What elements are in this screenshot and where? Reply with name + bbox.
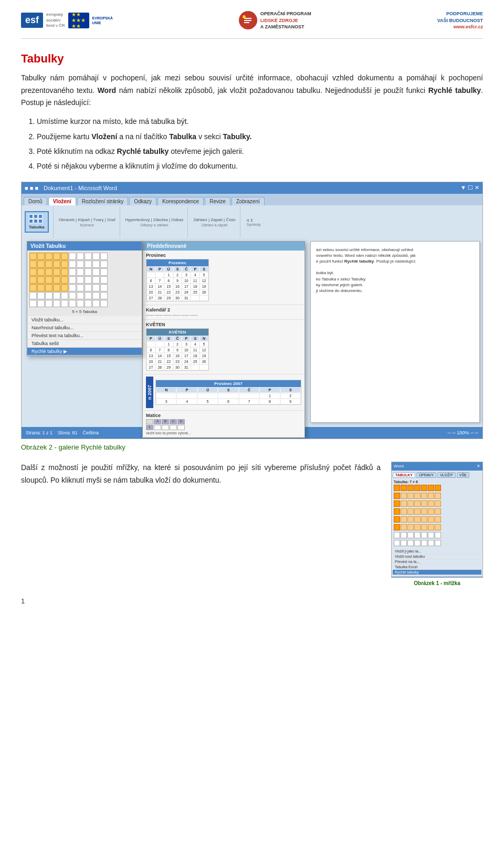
bottom-paragraph: Další z možností je použití mřížky, na k… [21, 462, 381, 487]
tab-insert[interactable]: Vložení [48, 197, 76, 205]
page-number: 1 [21, 597, 483, 605]
rs-ribbon: TABULKY ÚPRAVY VLOŽIT VŠE Tabulka: 7 × 6 [392, 471, 482, 577]
menu-item-insert-table[interactable]: Vložit tabulku... [27, 316, 142, 324]
rs-row-4 [394, 508, 480, 515]
support-text: PODPORUJEME VAŠI BUDOUCNOST www.esfcr.cz [437, 11, 483, 30]
rs-row-6 [394, 524, 480, 530]
word-screenshot: ■ ■ ■ Dokument1 - Microsoft Word ▼ ☐ ✕ D… [21, 182, 483, 439]
tab-references[interactable]: Odkazy [129, 197, 156, 205]
bottom-section: Další z možností je použití mřížky, na k… [21, 462, 483, 587]
menu-item-draw-table[interactable]: Navrhnout tabulku... [27, 324, 142, 332]
op-text: OPERAČNÍ PROGRAMLIDSKÉ ZDROJEA ZAMĚSTNAN… [260, 11, 311, 30]
tab-mailings[interactable]: Korespondence [158, 197, 204, 205]
quick-tables-gallery: Předdefinované Prosinec Prosinec NPÚSČPS… [142, 241, 305, 438]
mini-cal-prosinec: Prosinec NPÚSČPS 12345 6789101112 131415… [146, 259, 209, 301]
rs-grid-section: Tabulka: 7 × 6 [393, 479, 481, 549]
gallery-item-kveten[interactable]: KVĚTEN KVĚTEN PÚSČPSN 12345 6789101112 1… [143, 320, 304, 374]
language: Čeština [83, 430, 99, 435]
right-col-caption: Obrázek 1 - mřížka [414, 580, 460, 587]
rs-tab-all[interactable]: VŠE [457, 472, 469, 478]
page-title: Tabulky [21, 52, 483, 66]
ribbon-group-illustrations: Obrázek | Klipart | Tvary | Graf Ilustra… [59, 206, 120, 238]
tab-review[interactable]: Revize [205, 197, 230, 205]
ribbon-tabs: Domů Vložení Rozložení stránky Odkazy Ko… [22, 194, 482, 205]
eu-label: EVROPSKÁUNIE [92, 16, 113, 25]
rs-row-5 [394, 516, 480, 523]
rs-row-3 [394, 501, 480, 507]
grid-section: 5 × 5 Tabulka [27, 251, 142, 316]
gallery-item-prosinec[interactable]: Prosinec Prosinec NPÚSČPS 12345 67891011… [143, 251, 304, 305]
page-header: esf evropskýsociálnífond v ČR ★★★★★★★ EV… [21, 11, 483, 39]
op-logo: OPERAČNÍ PROGRAMLIDSKÉ ZDROJEA ZAMĚSTNAN… [239, 11, 311, 30]
zoom-controls: ─ ─ 100% ─ ─ [447, 430, 478, 435]
rs-table-label: Tabulka: 7 × 6 [394, 480, 480, 484]
mini-cal-kveten: KVĚTEN PÚSČPSN 12345 6789101112 13141516… [146, 328, 209, 371]
rs-menu-excel[interactable]: Tabulka Excel [393, 565, 481, 570]
gallery-item-matice[interactable]: Matice A B C D 1 vložit tuto ta presto v… [143, 411, 304, 437]
word-count: Slova: 81 [58, 430, 78, 435]
grid-label: 5 × 5 Tabulka [29, 309, 140, 314]
rs-tab-insert[interactable]: VLOŽIT [437, 472, 456, 478]
esf-label: esf [21, 13, 43, 28]
svg-point-4 [243, 15, 246, 18]
word-titlebar: ■ ■ ■ Dokument1 - Microsoft Word ▼ ☐ ✕ [22, 182, 482, 194]
matrix-grid: A B C D 1 [146, 419, 301, 430]
rs-table-grid [394, 485, 480, 491]
step-2: Použijeme kartu Vložení a na ní tlačítko… [37, 131, 483, 142]
mini-cal-prosinec2007: Prosinec 2007 NPÚSČPS 12 3456789 [155, 380, 301, 405]
doc-content: azi sebou souvisí určité informace, oboh… [316, 247, 474, 294]
ribbon-content: Tabulka Obrázek | Klipart | Tvary | Graf… [22, 205, 482, 239]
eu-flag-icon: ★★★★★★★ [68, 13, 89, 28]
rs-row-8 [394, 540, 480, 546]
page: esf evropskýsociálnífond v ČR ★★★★★★★ EV… [0, 0, 504, 626]
right-screenshot-container: Word ✕ TABULKY ÚPRAVY VLOŽIT VŠE Tabulka… [391, 462, 483, 587]
rs-tabs: TABULKY ÚPRAVY VLOŽIT VŠE [393, 472, 481, 478]
dropdown-header: Vložit Tabulku [27, 242, 142, 251]
svg-rect-1 [244, 18, 251, 19]
menu-item-quick-tables[interactable]: Rychlé tabulky ▶ [27, 348, 142, 356]
table-grid [29, 253, 140, 307]
step-3: Poté kliknutím na odkaz Rychlé tabulky o… [37, 145, 483, 157]
rs-menu-insert-like[interactable]: Vložit ji jako ta... [393, 549, 481, 554]
logo-group-left: esf evropskýsociálnífond v ČR ★★★★★★★ EV… [21, 12, 113, 28]
menu-item-excel[interactable]: Tabulka sešit [27, 340, 142, 348]
table-button[interactable]: Tabulka [25, 211, 49, 233]
esf-logo: esf evropskýsociálnífond v ČR ★★★★★★★ EV… [21, 12, 113, 28]
ribbon-group-links: Hypertextový | Záložka | Odkaz Odkazy a … [125, 206, 188, 238]
word-window: ■ ■ ■ Dokument1 - Microsoft Word ▼ ☐ ✕ D… [22, 182, 482, 439]
gallery-item-kalendar2[interactable]: Kalendář 2 ─── ─── ─── ─── ─── ─── [143, 305, 304, 320]
insert-table-dropdown: Vložit Tabulku 5 × 5 Tabulka Vložit ta [27, 241, 142, 356]
ribbon-group-text: Záhlaví | Zápatí | Číslo Záhlaví a zápat… [193, 206, 240, 238]
rs-menu-convert[interactable]: Převést na ta... [393, 559, 481, 565]
page-count: Strana: 1 z 1 [26, 430, 52, 435]
word-title: Dokument1 - Microsoft Word [44, 185, 117, 191]
menu-item-convert[interactable]: Převést text na tabulku... [27, 332, 142, 340]
intro-paragraph: Tabulky nám pomáhají v pochopení, jak me… [21, 72, 483, 109]
right-screenshot: Word ✕ TABULKY ÚPRAVY VLOŽIT VŠE Tabulka… [391, 462, 483, 578]
rs-tab-edit[interactable]: ÚPRAVY [416, 472, 436, 478]
rs-row-2 [394, 493, 480, 499]
ribbon-group-tables: Tabulka [25, 206, 54, 238]
steps-list: Umístíme kurzor na místo, kde má tabulka… [37, 116, 483, 172]
tab-layout[interactable]: Rozložení stránky [77, 197, 128, 205]
rs-titlebar: Word ✕ [392, 462, 482, 471]
year-label-2007: n 2007 [146, 377, 153, 408]
ribbon-group-symbols: π Σ Symboly [246, 217, 262, 227]
tab-view[interactable]: Zobrazení [232, 197, 265, 205]
figure-caption: Obrázek 2 - galerie Rychlé tabulky [21, 443, 483, 451]
rs-menu-quick[interactable]: Rychlé tabulky [393, 570, 481, 575]
gallery-item-prosinec2007[interactable]: n 2007 Prosinec 2007 NPÚSČPS 12 3456789 [143, 374, 304, 411]
rs-row-7 [394, 532, 480, 538]
step-1: Umístíme kurzor na místo, kde má tabulka… [37, 116, 483, 127]
rs-menu-insert-table[interactable]: Vložit nout tabulku [393, 554, 481, 559]
tab-home[interactable]: Domů [24, 197, 47, 205]
rs-tab-tables[interactable]: TABULKY [393, 472, 415, 478]
esf-subtext: evropskýsociálnífond v ČR [46, 12, 65, 28]
document-area: azi sebou souvisí určité informace, oboh… [310, 241, 480, 423]
svg-rect-3 [244, 22, 249, 23]
step-4: Poté si nějakou vyberme a kliknutím ji v… [37, 160, 483, 172]
svg-rect-2 [244, 20, 251, 21]
op-icon [239, 11, 257, 29]
gallery-header: Předdefinované [143, 242, 304, 251]
